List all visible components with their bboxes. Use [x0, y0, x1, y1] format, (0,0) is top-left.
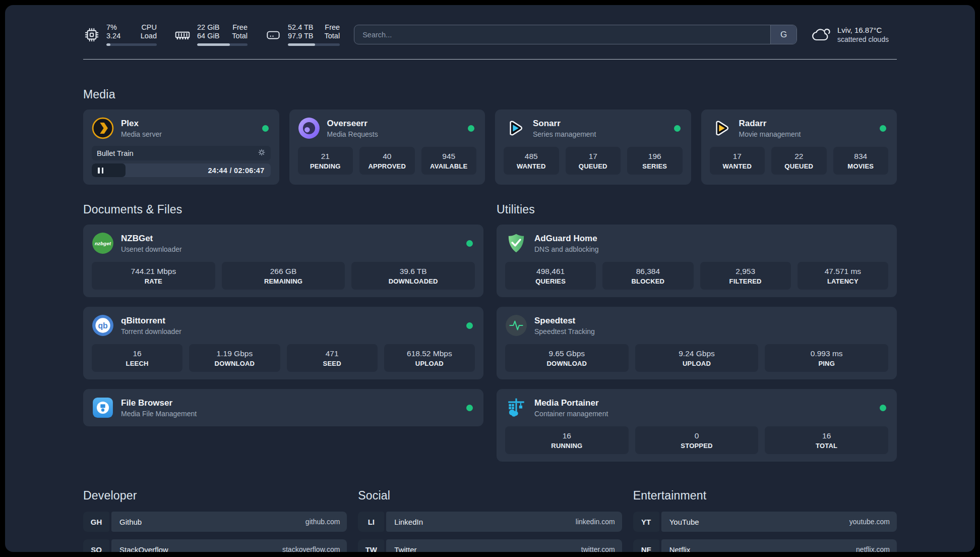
documents-column: Documents & Files nzbget [83, 203, 483, 462]
memory-free-value: 22 GiB [197, 23, 220, 31]
app-title: Plex [121, 119, 255, 129]
radarr-icon [710, 117, 732, 139]
app-subtitle: Series management [533, 130, 667, 138]
cpu-usage-label: CPU [141, 23, 157, 31]
app-title: AdGuard Home [534, 234, 888, 244]
adguard-icon [505, 232, 527, 254]
stat-box: 17 WANTED [710, 147, 765, 175]
pause-icon [98, 168, 103, 174]
portainer-card[interactable]: Media Portainer Container management 16 … [497, 389, 897, 462]
overseerr-card[interactable]: Overseerr Media Requests 21 PENDING 40 A… [289, 109, 485, 185]
app-subtitle: Container management [534, 410, 873, 418]
bookmark-name: LinkedIn [394, 518, 423, 526]
app-subtitle: Media Requests [327, 130, 461, 138]
stat-box: 47.571 ms LATENCY [798, 262, 888, 290]
app-title: NZBGet [121, 234, 459, 244]
sonarr-card[interactable]: Sonarr Series management 485 WANTED 17 Q… [495, 109, 691, 185]
stat-box: 266 GB REMAINING [222, 262, 345, 290]
app-title: qBittorrent [121, 316, 459, 326]
bookmark-name: Github [119, 518, 142, 526]
section-title-social: Social [358, 489, 622, 503]
search-input[interactable] [354, 25, 770, 44]
stat-box: 2,953 FILTERED [700, 262, 791, 290]
plex-card[interactable]: Plex Media server Bullet Train [83, 109, 279, 185]
nzbget-icon: nzbget [92, 232, 114, 254]
stat-box: 1.19 Gbps DOWNLOAD [189, 344, 280, 372]
disk-free-value: 52.4 TB [288, 23, 314, 31]
bookmark-abbr: YT [633, 512, 659, 532]
app-subtitle: Speedtest Tracking [534, 327, 888, 336]
bookmark-abbr: TW [358, 539, 384, 552]
stat-box: 40 APPROVED [359, 147, 415, 175]
radarr-card[interactable]: Radarr Movie management 17 WANTED 22 QUE… [701, 109, 897, 185]
search-engine-button[interactable]: G [770, 25, 797, 44]
bookmark-name: Twitter [394, 545, 416, 552]
gear-icon [258, 148, 266, 158]
stat-box: 86,384 BLOCKED [602, 262, 693, 290]
svg-text:nzbget: nzbget [95, 241, 111, 246]
now-playing-widget: Bullet Train 24:44 / 02:06:47 [92, 146, 271, 177]
adguard-card[interactable]: AdGuard Home DNS and adblocking 498,461 … [497, 225, 897, 297]
plex-icon [92, 117, 114, 139]
status-badge [880, 125, 886, 132]
utilities-column: Utilities [497, 203, 897, 462]
search-bar: G [354, 25, 797, 44]
cpu-load-label: Load [141, 32, 157, 40]
speedtest-card[interactable]: Speedtest Speedtest Tracking 9.65 Gbps D… [497, 307, 897, 379]
bookmark-abbr: NF [633, 539, 659, 552]
app-subtitle: Movie management [739, 130, 873, 138]
section-title-media: Media [83, 88, 897, 101]
section-title-documents: Documents & Files [83, 203, 483, 216]
stat-box: 16 RUNNING [505, 426, 629, 454]
sonarr-icon [504, 117, 526, 139]
weather-widget: Lviv, 16.87°C scattered clouds [811, 25, 897, 44]
app-subtitle: Usenet downloader [121, 245, 459, 253]
stat-box: 9.24 Gbps UPLOAD [635, 344, 759, 372]
bookmarks-developer: Developer GH Github github.com SO StackO… [83, 489, 347, 552]
section-title-utilities: Utilities [497, 203, 897, 216]
svg-text:qb: qb [98, 321, 107, 330]
section-title-developer: Developer [83, 489, 347, 503]
filebrowser-card[interactable]: File Browser Media File Management [83, 389, 483, 426]
nzbget-card[interactable]: nzbget NZBGet Usenet downloader 74 [83, 225, 483, 297]
stat-box: 471 SEED [287, 344, 378, 372]
bookmark-stackoverflow[interactable]: SO StackOverflow stackoverflow.com [83, 539, 347, 552]
stat-box: 21 PENDING [298, 147, 353, 175]
bookmark-youtube[interactable]: YT YouTube youtube.com [633, 512, 897, 532]
app-title: Sonarr [533, 119, 667, 129]
bookmark-abbr: LI [358, 512, 384, 532]
playback-time: 24:44 / 02:06:47 [208, 166, 264, 175]
status-badge [674, 125, 681, 132]
weather-location: Lviv, 16.87°C [837, 26, 889, 34]
status-badge [468, 125, 474, 132]
disk-progress-bar [288, 43, 340, 46]
app-title: Overseerr [327, 119, 461, 129]
status-badge [880, 405, 886, 411]
bookmark-url: netflix.com [856, 545, 890, 552]
disk-icon [265, 26, 282, 43]
bookmark-twitter[interactable]: TW Twitter twitter.com [358, 539, 622, 552]
memory-progress-bar [197, 43, 248, 46]
cpu-usage-value: 7% [106, 23, 125, 31]
app-title: Radarr [739, 119, 873, 129]
bookmark-netflix[interactable]: NF Netflix netflix.com [633, 539, 897, 552]
stat-box: 618.52 Mbps UPLOAD [384, 344, 475, 372]
bookmark-github[interactable]: GH Github github.com [83, 512, 347, 532]
cpu-icon [83, 26, 100, 43]
disk-free-label: Free [325, 23, 340, 31]
cloud-icon [811, 25, 831, 44]
stat-box: 945 AVAILABLE [421, 147, 477, 175]
qbittorrent-card[interactable]: qb qBittorrent Torrent downloader [83, 307, 483, 379]
bookmark-abbr: SO [83, 539, 109, 552]
stat-box: 9.65 Gbps DOWNLOAD [505, 344, 629, 372]
header: 7% CPU 3.24 Load [83, 5, 897, 46]
bookmark-linkedin[interactable]: LI LinkedIn linkedin.com [358, 512, 622, 532]
overseerr-icon [298, 117, 320, 139]
qbittorrent-icon: qb [92, 314, 114, 337]
app-title: File Browser [121, 398, 459, 408]
bookmark-name: StackOverflow [119, 545, 168, 552]
stat-box: 485 WANTED [504, 147, 559, 175]
memory-total-label: Total [232, 32, 248, 40]
memory-metric: 22 GiB Free 64 GiB Total [174, 23, 248, 46]
stat-box: 834 MOVIES [833, 147, 889, 175]
